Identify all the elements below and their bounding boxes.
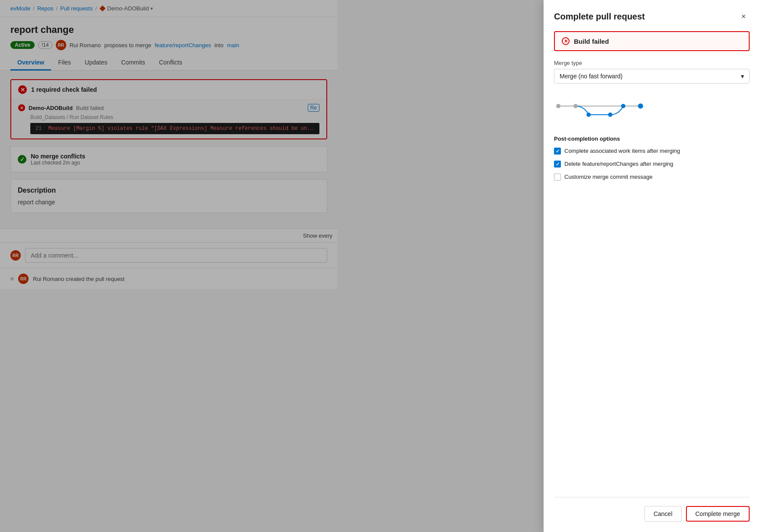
tab-conflicts[interactable]: Conflicts — [152, 55, 189, 71]
modal-panel: Complete pull request × ✕ Build failed M… — [544, 0, 760, 532]
source-branch-link[interactable]: feature/reportChanges — [155, 42, 211, 48]
show-every-bar: Show every — [0, 229, 338, 242]
target-branch-link[interactable]: main — [227, 42, 239, 48]
check-circle-icon: ✓ — [18, 155, 26, 164]
breadcrumb: evMode / Repos / Pull requests / Demo-AD… — [0, 0, 338, 17]
breadcrumb-evmode[interactable]: evMode — [10, 5, 30, 12]
check-header: ✕ 1 required check failed — [11, 80, 326, 99]
breadcrumb-pullrequests[interactable]: Pull requests — [60, 5, 93, 12]
pr-title: report change — [10, 24, 327, 35]
cancel-button[interactable]: Cancel — [644, 506, 682, 522]
options-title: Post-completion options — [554, 135, 750, 142]
comment-area: RR — [0, 242, 338, 268]
activity-item: RR Rui Romano created the pull request — [0, 268, 338, 289]
check-item: ✕ Demo-ADOBuild Build failed Re Build_Da… — [11, 99, 326, 139]
no-conflicts-subtitle: Last checked 2m ago — [31, 160, 85, 166]
merge-type-select[interactable]: Merge (no fast forward) ▾ — [554, 69, 750, 84]
build-status: Build failed — [76, 105, 104, 111]
error-text: Measure [Margin %] violates rule "[DAX E… — [48, 126, 316, 132]
repo-icon — [100, 6, 106, 12]
no-conflicts-title: No merge conflicts — [31, 153, 85, 160]
re-badge[interactable]: Re — [308, 104, 319, 112]
option-3: Customize merge commit message — [554, 173, 750, 181]
modal-title: Complete pull request — [554, 12, 645, 22]
count-badge: !14 — [38, 41, 52, 49]
modal-footer: Cancel Complete merge — [554, 497, 750, 522]
description-title: Description — [18, 187, 320, 194]
pr-tabs: Overview Files Updates Commits Conflicts — [10, 55, 327, 70]
option-2-checkbox[interactable] — [554, 161, 561, 168]
build-failed-icon: ✕ — [562, 37, 570, 45]
tab-updates[interactable]: Updates — [78, 55, 114, 71]
no-conflicts-box: ✓ No merge conflicts Last checked 2m ago — [10, 146, 327, 172]
option-3-label: Customize merge commit message — [564, 173, 653, 181]
option-1-checkbox[interactable] — [554, 148, 561, 155]
chevron-down-icon: ▾ — [151, 6, 153, 11]
pr-meta: Active !14 RR Rui Romano proposes to mer… — [10, 40, 327, 50]
merge-type-value: Merge (no fast forward) — [560, 73, 623, 80]
svg-point-3 — [621, 104, 625, 108]
breadcrumb-repo-name: Demo-ADOBuild — [107, 5, 149, 12]
check-sub-path: Build_Datasets / Run Dataset Rules — [18, 114, 319, 120]
build-failed-alert: ✕ Build failed — [554, 31, 750, 51]
breadcrumb-repos[interactable]: Repos — [37, 5, 54, 12]
build-failed-label: Build failed — [574, 38, 609, 45]
description-text: report change — [18, 199, 320, 206]
build-name: Demo-ADOBuild — [29, 105, 73, 111]
option-2: Delete feature/reportChanges after mergi… — [554, 160, 750, 168]
x-circle-icon: ✕ — [18, 85, 27, 94]
modal-header: Complete pull request × — [554, 10, 750, 23]
svg-point-6 — [608, 113, 612, 117]
merge-type-label: Merge type — [554, 60, 750, 66]
option-3-checkbox[interactable] — [554, 174, 561, 181]
activity-dot — [10, 277, 14, 281]
show-every-label[interactable]: Show every — [303, 232, 332, 239]
tab-files[interactable]: Files — [51, 55, 78, 71]
check-failed-box: ✕ 1 required check failed ✕ Demo-ADOBuil… — [10, 79, 327, 139]
activity-avatar: RR — [18, 274, 29, 284]
svg-point-1 — [556, 104, 560, 108]
pr-header: report change Active !14 RR Rui Romano p… — [0, 17, 338, 71]
svg-point-4 — [638, 104, 643, 108]
comment-avatar: RR — [10, 250, 21, 261]
svg-point-5 — [586, 113, 591, 117]
close-button[interactable]: × — [737, 10, 750, 23]
svg-point-2 — [573, 104, 578, 108]
select-chevron-icon: ▾ — [741, 73, 744, 80]
error-line: 21 Measure [Margin %] violates rule "[DA… — [30, 123, 319, 134]
tab-commits[interactable]: Commits — [114, 55, 152, 71]
author-name: Rui Romano — [70, 42, 101, 48]
avatar: RR — [56, 40, 66, 50]
check-title: 1 required check failed — [31, 86, 97, 93]
complete-merge-button[interactable]: Complete merge — [686, 506, 750, 522]
propose-text: proposes to merge — [104, 42, 151, 48]
option-1: Complete associated work items after mer… — [554, 147, 750, 155]
description-section: Description report change — [10, 179, 327, 213]
check-x-icon: ✕ — [18, 104, 25, 111]
merge-diagram — [554, 94, 750, 127]
pr-content: ✕ 1 required check failed ✕ Demo-ADOBuil… — [0, 71, 338, 229]
status-badge: Active — [10, 41, 35, 49]
comment-input[interactable] — [25, 248, 327, 263]
line-number: 21 — [35, 126, 42, 132]
into-text: into — [214, 42, 223, 48]
option-1-label: Complete associated work items after mer… — [564, 147, 680, 155]
activity-text: Rui Romano created the pull request — [33, 276, 125, 282]
option-2-label: Delete feature/reportChanges after mergi… — [564, 160, 673, 168]
tab-overview[interactable]: Overview — [10, 55, 51, 71]
